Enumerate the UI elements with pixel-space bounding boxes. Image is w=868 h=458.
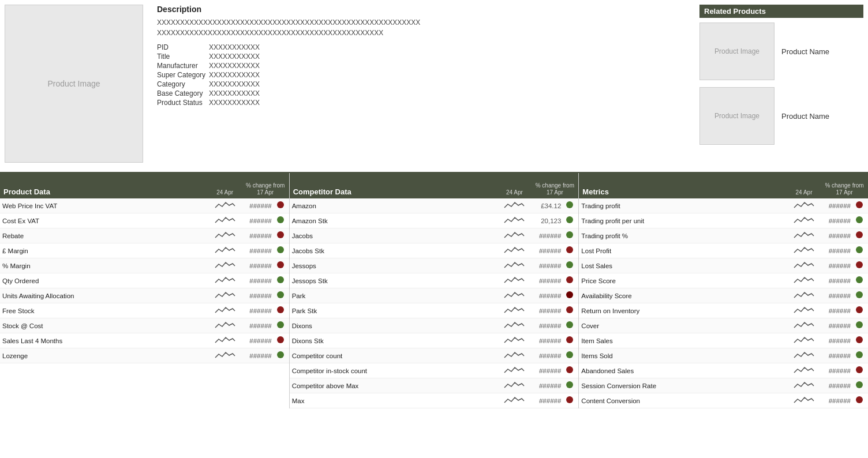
desc-line-1: XXXXXXXXXXXXXXXXXXXXXXXXXXXXXXXXXXXXXXXX… (157, 17, 686, 28)
row-value: ###### (526, 397, 563, 404)
meta-value: XXXXXXXXXXX (209, 52, 263, 61)
meta-row: TitleXXXXXXXXXXX (157, 52, 263, 61)
sparkline-icon (503, 350, 526, 362)
row-value: ###### (237, 232, 274, 239)
table-row: Sales Last 4 Months ###### (0, 333, 289, 348)
sparkline-icon (792, 365, 815, 377)
meta-value: XXXXXXXXXXX (209, 89, 263, 98)
sparkline-icon (214, 305, 237, 317)
row-label: Units Awaiting Allocation (2, 292, 214, 299)
row-value: ###### (526, 292, 563, 299)
row-value: ###### (526, 232, 563, 239)
sparkline-icon (792, 380, 815, 392)
status-dot (566, 291, 573, 298)
table-row: Jacobs ###### (290, 228, 579, 243)
row-value: ###### (237, 247, 274, 254)
row-label: Max (292, 397, 503, 404)
row-value: £34.12 (526, 202, 563, 209)
row-label: % Margin (2, 262, 214, 269)
row-change-indicator (853, 216, 866, 225)
table-row: Lozenge ###### (0, 348, 289, 363)
row-label: Content Conversion (581, 397, 792, 404)
row-label: Dixons (292, 322, 503, 329)
row-label: Stock @ Cost (2, 322, 214, 329)
status-dot (856, 306, 863, 313)
status-dot (566, 276, 573, 283)
sparkline-icon (214, 335, 237, 347)
status-dot (277, 306, 284, 313)
row-change-indicator (274, 321, 287, 330)
related-section: Related Products Product Image Product N… (695, 0, 868, 167)
description-text: XXXXXXXXXXXXXXXXXXXXXXXXXXXXXXXXXXXXXXXX… (157, 17, 686, 38)
meta-label: PID (157, 43, 209, 52)
sparkline-icon (503, 200, 526, 212)
table-row: Lost Profit ###### (579, 243, 868, 258)
table-row: Return on Inventory ###### (579, 303, 868, 318)
description-section: Description XXXXXXXXXXXXXXXXXXXXXXXXXXXX… (148, 0, 695, 167)
row-label: Abandoned Sales (581, 367, 792, 374)
status-dot (566, 366, 573, 373)
meta-row: CategoryXXXXXXXXXXX (157, 80, 263, 89)
status-dot (566, 381, 573, 388)
row-label: Price Score (581, 277, 792, 284)
row-label: Lost Profit (581, 247, 792, 254)
meta-value: XXXXXXXXXXX (209, 43, 263, 52)
sparkline-icon (503, 230, 526, 242)
row-change-indicator (853, 246, 866, 255)
row-value: ###### (526, 262, 563, 269)
table-row: Amazon Stk 20,123 (290, 213, 579, 228)
status-dot (856, 381, 863, 388)
panel-title-metrics: Metrics (582, 187, 784, 196)
row-label: Park (292, 292, 503, 299)
row-value: ###### (237, 292, 274, 299)
panel-title-product_data: Product Data (3, 187, 205, 196)
row-value: ###### (526, 337, 563, 344)
row-change-indicator (274, 291, 287, 300)
related-product-name-1: Product Name (781, 112, 829, 121)
description-title: Description (157, 5, 686, 14)
row-value: ###### (815, 367, 853, 374)
row-value: ###### (526, 247, 563, 254)
row-label: Jessops (292, 262, 503, 269)
table-row: Abandoned Sales ###### (579, 363, 868, 378)
table-row: Competitor above Max ###### (290, 378, 579, 393)
meta-value: XXXXXXXXXXX (209, 61, 263, 70)
meta-label: Product Status (157, 98, 209, 107)
row-change-indicator (853, 396, 866, 405)
row-label: Session Conversion Rate (581, 382, 792, 389)
sparkline-icon (792, 245, 815, 257)
row-label: £ Margin (2, 247, 214, 254)
row-change-indicator (563, 261, 576, 270)
status-dot (277, 336, 284, 343)
sparkline-icon (792, 350, 815, 362)
row-change-indicator (853, 201, 866, 210)
sparkline-icon (503, 305, 526, 317)
table-row: Jacobs Stk ###### (290, 243, 579, 258)
status-dot (856, 276, 863, 283)
table-row: Cover ###### (579, 318, 868, 333)
row-change-indicator (853, 336, 866, 345)
status-dot (566, 216, 573, 223)
meta-label: Base Category (157, 89, 209, 98)
related-item-0: Product Image Product Name (699, 22, 863, 80)
row-value: ###### (526, 382, 563, 389)
table-row: Jessops ###### (290, 258, 579, 273)
meta-value: XXXXXXXXXXX (209, 80, 263, 89)
row-label: Return on Inventory (581, 307, 792, 314)
status-dot (856, 291, 863, 298)
row-label: Qty Ordered (2, 277, 214, 284)
row-value: 20,123 (526, 217, 563, 224)
meta-label: Manufacturer (157, 61, 209, 70)
row-value: ###### (237, 277, 274, 284)
row-change-indicator (563, 321, 576, 330)
meta-row: Super CategoryXXXXXXXXXXX (157, 70, 263, 80)
table-row: Park Stk ###### (290, 303, 579, 318)
sparkline-icon (503, 275, 526, 287)
table-row: Web Price Inc VAT ###### (0, 198, 289, 213)
status-dot (856, 216, 863, 223)
status-dot (566, 201, 573, 208)
panel-header-metrics: Metrics 24 Apr % change from 17 Apr (579, 173, 868, 198)
row-value: ###### (815, 292, 853, 299)
table-row: Competitor in-stock count ###### (290, 363, 579, 378)
row-change-indicator (563, 291, 576, 300)
